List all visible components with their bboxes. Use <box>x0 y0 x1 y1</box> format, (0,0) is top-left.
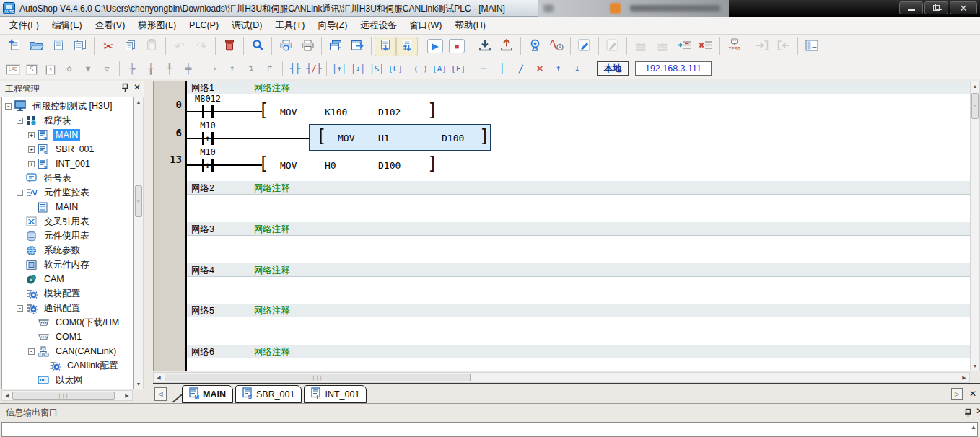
coil-a-button[interactable]: [A] <box>430 61 449 77</box>
stop-button[interactable]: ■ <box>446 37 468 56</box>
tree-item[interactable]: +sINT_001 <box>2 156 133 171</box>
print-button[interactable] <box>297 37 318 56</box>
convert-button[interactable]: ▦ <box>630 37 652 56</box>
scroll-down-icon[interactable]: ▼ <box>134 381 143 387</box>
contact-no-button[interactable]: ┤├ <box>286 61 305 77</box>
net-diamond-button[interactable]: ◇ <box>60 61 79 77</box>
arrow-corner-down-button[interactable]: ↴ <box>242 61 261 77</box>
branch-3-button[interactable]: ╀ <box>160 61 179 77</box>
tree-expand-toggle[interactable]: - <box>17 118 23 124</box>
instruction-opcode[interactable]: MOV <box>280 107 297 118</box>
menu-item[interactable]: 梯形图(L) <box>131 17 183 34</box>
minimize-button[interactable] <box>899 1 923 14</box>
instruction-opcode[interactable]: MOV <box>338 133 354 144</box>
scroll-up-icon[interactable]: ▲ <box>971 84 979 89</box>
network-comment[interactable]: 网络注释 <box>254 82 290 94</box>
tree-item[interactable]: CAM <box>2 272 133 286</box>
tree-expand-toggle[interactable]: + <box>28 161 35 167</box>
network-comment[interactable]: 网络注释 <box>254 265 290 277</box>
tree-item[interactable]: -元件监控表 <box>2 185 133 200</box>
scroll-right-icon[interactable]: ▶ <box>123 393 131 399</box>
network-header[interactable]: 网络2网络注释 <box>187 181 970 195</box>
tree-item[interactable] <box>2 387 133 389</box>
scroll-right-icon[interactable]: ▶ <box>961 375 968 381</box>
run-button[interactable]: ▶ <box>424 37 446 56</box>
tree-item[interactable]: -CAN(CANLink) <box>2 344 133 358</box>
tree-expand-toggle[interactable]: - <box>17 190 23 196</box>
tree-item[interactable]: 系统参数 <box>2 243 133 257</box>
tree-expand-toggle[interactable]: - <box>28 348 35 355</box>
tab-close-button[interactable]: ✕ <box>967 388 979 400</box>
cascade-windows-button[interactable] <box>325 37 346 56</box>
cut-button[interactable]: ✂ <box>97 37 119 56</box>
monitor-button[interactable] <box>524 37 546 56</box>
extend-up-button[interactable]: ↑ <box>549 61 568 77</box>
tree-item[interactable]: +sMAIN <box>2 128 133 142</box>
menu-item[interactable]: 文件(F) <box>3 17 45 34</box>
coil-f-button[interactable]: [F] <box>449 61 468 77</box>
line-horizontal-button[interactable]: ─ <box>474 61 493 77</box>
instruction-operand-1[interactable]: H0 <box>325 160 336 171</box>
export-window-button[interactable] <box>346 37 368 56</box>
lad-tool-button[interactable]: LAD <box>4 61 22 77</box>
scroll-left-icon[interactable]: ◀ <box>4 393 11 399</box>
tree-horizontal-scrollbar[interactable]: ◀ ||| ▶ <box>1 390 133 401</box>
save-all-button[interactable] <box>69 37 91 56</box>
tree-item[interactable]: 交叉引用表 <box>2 214 133 229</box>
tab-scroll-left-button[interactable]: ◁ <box>154 387 167 401</box>
insert-row-button[interactable] <box>673 37 695 56</box>
document-tab-sbr_001[interactable]: SSBR_001 <box>235 385 302 403</box>
tree-expand-toggle[interactable]: + <box>28 146 35 153</box>
project-panel-close-icon[interactable]: ✕ <box>134 82 141 92</box>
tree-expand-toggle[interactable]: - <box>17 305 23 312</box>
contact-nc-button[interactable]: ┤/├ <box>305 61 323 77</box>
new-file-button[interactable] <box>4 37 26 56</box>
menu-item[interactable]: 工具(T) <box>268 17 311 34</box>
tree-item[interactable]: 软元件内存 <box>2 257 133 272</box>
menu-item[interactable]: 窗口(W) <box>403 17 448 34</box>
editor-vscroll-thumb[interactable]: ≡ <box>971 93 979 119</box>
network-comment[interactable]: 网络注释 <box>254 182 290 195</box>
line-delete-button[interactable]: ∕ <box>512 61 530 77</box>
menu-item[interactable]: PLC(P) <box>183 18 225 32</box>
write-mode-button[interactable] <box>574 37 595 56</box>
output-scroll-icon[interactable]: ▲ <box>971 424 976 431</box>
extend-down-button[interactable]: ↓ <box>568 61 587 77</box>
download-list-button[interactable] <box>375 37 396 56</box>
memory-view-button[interactable] <box>801 37 823 56</box>
net-tri-open-button[interactable]: ▽ <box>97 61 116 77</box>
download-plc-button[interactable] <box>474 37 496 56</box>
save-file-button[interactable] <box>48 37 69 56</box>
print-preview-button[interactable] <box>275 37 297 56</box>
output-message-area[interactable] <box>1 422 978 437</box>
coil-c-button[interactable]: [C] <box>386 61 405 77</box>
tree-vscroll-thumb[interactable]: ≡ <box>135 185 142 217</box>
local-mode-button[interactable]: 本地 <box>597 61 629 76</box>
line-cross-delete-button[interactable]: × <box>530 61 549 77</box>
tree-item[interactable]: COM0(下载/HM <box>2 315 133 330</box>
scroll-down-icon[interactable]: ▼ <box>971 363 979 368</box>
scroll-left-icon[interactable]: ◀ <box>155 375 162 381</box>
s-tool-small-button[interactable]: s <box>41 61 60 77</box>
network-comment[interactable]: 网络注释 <box>254 224 290 236</box>
menu-item[interactable]: 远程设备 <box>354 17 403 34</box>
close-button[interactable]: ✕ <box>950 1 977 14</box>
instruction-operand-2[interactable]: D102 <box>378 107 401 118</box>
instruction-operand-1[interactable]: H1 <box>378 133 390 144</box>
contact-bar[interactable] <box>211 105 214 118</box>
plc-ip-address-field[interactable]: 192.168.3.111 <box>635 61 712 76</box>
instruction-operand-2[interactable]: D100 <box>442 133 464 144</box>
restore-button[interactable] <box>924 1 948 14</box>
tree-item[interactable]: +sSBR_001 <box>2 142 133 156</box>
tree-item[interactable]: COM1 <box>2 330 133 344</box>
redo-button[interactable]: ↷ <box>191 37 212 56</box>
menu-item[interactable]: 调试(D) <box>225 17 268 34</box>
test-button[interactable]: TEST <box>723 37 745 56</box>
network-header[interactable]: 网络5网络注释 <box>187 304 970 317</box>
arrow-corner-up-button[interactable]: ↱ <box>261 61 279 77</box>
instruction-operand-1[interactable]: K100 <box>325 107 347 118</box>
pin-icon[interactable] <box>121 83 129 94</box>
network-header[interactable]: 网络1网络注释 <box>187 81 970 94</box>
s-tool-big-button[interactable]: S <box>22 61 41 77</box>
menu-item[interactable]: 查看(V) <box>89 17 132 34</box>
